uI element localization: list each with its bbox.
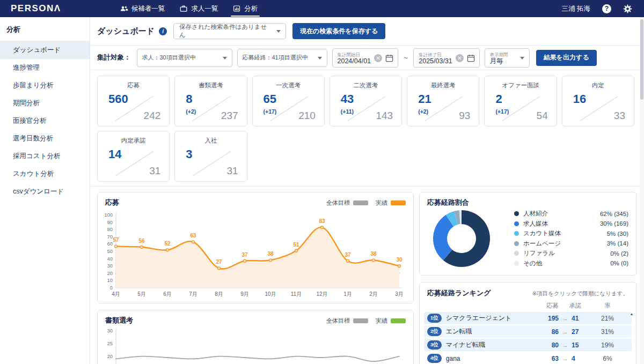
clear-start-date-icon[interactable]: ✕ [374,54,382,62]
ranking-row-3[interactable]: 3位マイナビ転職80→1519% [424,339,632,351]
legend-label: リファラル [523,249,555,257]
kpi-card-saishu-senko[interactable]: 最終選考2193(+2) [407,76,479,127]
column-header-rate[interactable]: 率 [592,302,623,310]
tab-label: 求人一覧 [191,4,218,13]
legend-swatch [353,200,368,205]
chevron-down-icon [276,30,281,33]
gear-icon[interactable] [623,4,632,13]
kpi-card-ichiji-senko[interactable]: 一次選考65210(+17) [252,76,325,127]
sidebar-item-csv-download[interactable]: csvダウンロード [0,183,90,200]
calendar-icon[interactable] [467,54,475,62]
kpi-total-value: 242 [144,110,161,122]
kpi-card-nyusha[interactable]: 入社331 [174,131,247,182]
svg-text:20: 20 [107,270,113,276]
arrow-right-icon: → [559,329,572,335]
main-content: ダッシュボード i 保存された検索条件はありません 現在の検索条件を保存する 集… [91,17,640,364]
legend-dot [514,231,519,236]
legend-label: 人材紹介 [523,210,548,218]
people-icon [120,5,128,12]
rate-value: 6% [592,355,623,362]
tab-candidates[interactable]: 候補者一覧 [113,0,173,17]
svg-text:90: 90 [107,219,113,225]
sidebar-item-progress[interactable]: 進捗管理 [0,59,90,77]
calendar-icon[interactable] [385,54,393,62]
legend-label: 実績 [376,317,387,325]
legend-dot [514,221,519,226]
kpi-card-offer-mendan[interactable]: オファー面談254(+17) [484,76,557,127]
tab-jobs[interactable]: 求人一覧 [172,0,225,17]
ranking-row-4[interactable]: 4位gana63→46% [424,352,632,364]
saved-search-select[interactable]: 保存された検索条件はありません [173,23,286,39]
kpi-label: 一次選考 [253,81,324,90]
kpi-card-niji-senko[interactable]: 二次選考43143(+11) [330,76,402,127]
svg-text:7月: 7月 [189,291,197,297]
user-name[interactable]: 三浦 拓海 [562,4,590,13]
ranking-row-1[interactable]: 1位シマクラエージェント195→4121% [424,312,632,324]
start-date-field[interactable]: 集計開始日 2024/04/01 ✕ [332,48,399,68]
tab-analytics[interactable]: 分析 [225,0,265,17]
rank-badge: 2位 [427,327,442,336]
job-filter-select[interactable]: 求人：30項目選択中 [137,49,232,67]
kpi-label: 内定承諾 [98,137,169,145]
route-ratio-card: 応募経路割合 人材紹介62% (345)求人媒体30% (169)スカウト媒体5… [419,192,636,276]
column-header-oubo[interactable]: 応募 [532,302,559,310]
arrow-right-icon: → [559,342,572,348]
page-scrollbar[interactable] [640,17,644,364]
legend-item: 実績 [376,199,406,207]
kpi-total-value: 33 [614,110,625,122]
route-ranking-card: 応募経路ランキング ※項目をクリックで降順になります。 応募 承諾 率 1位シマ… [419,282,636,364]
sidebar-item-scout[interactable]: スカウト分析 [0,165,90,183]
sidebar-item-dashboard[interactable]: ダッシュボード [0,41,90,59]
donut-legend-item: 求人媒体30% (169) [514,220,628,228]
kpi-current-value: 2 [495,92,502,106]
shodaku-count: 27 [572,328,592,336]
kpi-card-naitei[interactable]: 内定1633 [562,76,634,127]
oubo-chart-title: 応募 [105,198,119,207]
kpi-card-shorui-senko[interactable]: 書類選考8237(+2) [174,76,247,127]
svg-text:27: 27 [216,259,222,265]
arrow-right-icon: → [559,355,572,362]
tab-label: 分析 [244,4,258,13]
scroll-up-icon[interactable]: ▲ [630,312,634,316]
ranking-name-cell: 3位マイナビ転職 [427,340,532,350]
sidebar-item-selection-days[interactable]: 選考日数分析 [0,130,90,147]
export-button[interactable]: 結果を出力する [536,50,597,66]
end-date-field[interactable]: 集計終了日 2025/03/31 ✕ [413,48,480,68]
sidebar-item-interviewer[interactable]: 面接官分析 [0,112,90,130]
legend-dot [514,251,519,256]
period-select[interactable]: 表示期間 月毎 [485,48,530,68]
ranking-row-2[interactable]: 2位エン転職86→2731% [424,325,632,338]
svg-text:38: 38 [267,251,274,257]
route-filter-select[interactable]: 応募経路：41項目選択中 [237,49,327,67]
clear-end-date-icon[interactable]: ✕ [456,54,464,62]
legend-value: 5% (30) [607,231,628,237]
end-date-label: 集計終了日 [419,52,452,57]
legend-label: スカウト媒体 [523,229,561,237]
legend-label: 全体目標 [326,317,350,325]
svg-text:30: 30 [107,328,113,333]
sidebar-item-funnel[interactable]: 歩留まり分析 [0,77,90,94]
filter-label: 集計対象： [97,53,131,62]
help-icon[interactable]: ? [602,4,611,13]
page-scrollbar-thumb[interactable] [640,19,643,100]
sidebar-header: 分析 [0,17,90,41]
sidebar-item-period[interactable]: 期間分析 [0,94,90,112]
sidebar-item-hiring-cost[interactable]: 採用コスト分析 [0,147,90,165]
end-date-value: 2025/03/31 [419,57,452,65]
period-label: 表示期間 [490,52,508,57]
chevron-down-icon [520,57,524,60]
legend-dot [514,241,519,246]
kpi-card-naitei-shodaku[interactable]: 内定承諾1431 [97,131,170,182]
kpi-card-oubo[interactable]: 応募560242 [97,76,170,127]
ranking-name-cell: 4位gana [427,354,532,363]
kpi-delta-value: (+17) [495,108,509,115]
app-logo[interactable]: PERSONΛ [0,3,61,14]
ranking-scrollbar[interactable]: ▲ ▼ [629,312,634,364]
legend-value: 0% (2) [610,250,628,257]
legend-value: 0% (0) [610,260,628,266]
info-icon[interactable]: i [159,27,167,35]
column-header-shodaku[interactable]: 承諾 [559,302,592,310]
legend-item: 全体目標 [326,199,368,207]
oubo-count: 63 [532,355,559,362]
save-search-button[interactable]: 現在の検索条件を保存する [292,23,385,39]
